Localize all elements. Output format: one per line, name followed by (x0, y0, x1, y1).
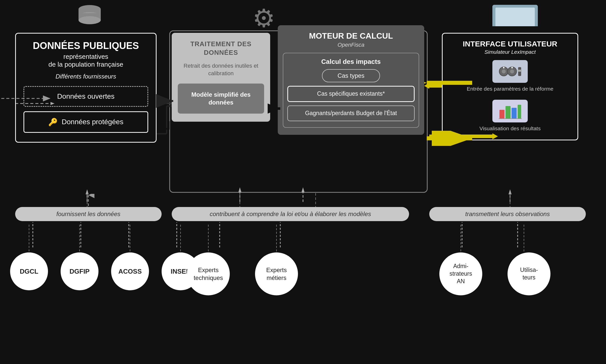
circle-admin: Admi-strateursAN (439, 252, 482, 295)
calcul-box: Calcul des impacts Cas types Cas spécifi… (283, 53, 419, 128)
monitor-icon (490, 4, 540, 26)
traitement-title: TRAITEMENT DES DONNÉES (178, 40, 264, 57)
main-layout: DONNÉES PUBLIQUES représentatives de la … (0, 0, 606, 364)
visu-icon (492, 100, 528, 122)
dashed-verticals (0, 222, 606, 255)
moteur-box: MOTEUR DE CALCUL OpenFisca Calcul des im… (278, 25, 424, 135)
arrow-protected-traitement (156, 121, 176, 141)
interface-box: INTERFACE UTILISATEUR Simulateur LexImpa… (442, 33, 578, 140)
circle-dgcl: DGCL (10, 252, 48, 290)
dashed-up-col1 (81, 194, 96, 206)
svg-point-48 (503, 67, 504, 68)
params-icon (492, 60, 528, 83)
gear-icon: ⚙ (252, 4, 275, 33)
donnees-title: DONNÉES PUBLIQUES (23, 41, 148, 51)
interface-title: INTERFACE UTILISATEUR (449, 40, 571, 48)
key-icon: 🔑 (48, 118, 58, 126)
svg-marker-24 (509, 189, 512, 194)
svg-rect-55 (518, 105, 521, 118)
params-label: Entrée des paramètres de la réforme (467, 85, 553, 92)
svg-marker-18 (86, 189, 89, 194)
svg-rect-51 (518, 70, 522, 72)
circles-row-3: Admi-strateursAN Utilisa-teurs (439, 252, 550, 295)
cas-types-pill: Cas types (322, 69, 380, 82)
visu-label: Visualisation des résultats (479, 125, 541, 132)
bottom-label-1: fournissent les données (15, 207, 162, 221)
modele-box: Modèle simplifié des données (178, 84, 264, 113)
circle-acoss: ACOSS (111, 252, 149, 290)
cas-specifiques-box: Cas spécifiques existants* (287, 86, 415, 102)
db-icon (77, 5, 102, 26)
circles-row-2: Expertstechniques Expertsmétiers (187, 252, 298, 295)
svg-point-38 (79, 16, 101, 24)
donnees-supplier: Différents fournisseurs (23, 73, 148, 80)
donnees-protected-box: 🔑 Données protégées (23, 111, 148, 133)
moteur-subtitle: OpenFisca (283, 42, 419, 48)
gagnants-box: Gagnants/perdants Budget de l'État (287, 106, 415, 121)
svg-marker-12 (424, 83, 429, 89)
svg-rect-41 (495, 8, 535, 26)
svg-point-45 (502, 69, 506, 73)
circle-experts-tech: Expertstechniques (187, 252, 230, 295)
svg-rect-54 (512, 108, 517, 118)
circles-row-1: DGCL DGFIP ACOSS INSEE (10, 252, 199, 290)
svg-rect-52 (499, 110, 504, 118)
circle-users: Utilisa-teurs (508, 252, 550, 295)
bottom-label-3: transmettent leurs observations (429, 207, 586, 221)
traitement-desc: Retrait des données inutiles et calibrat… (178, 62, 264, 78)
svg-point-49 (511, 67, 513, 68)
interface-subtitle: Simulateur LexImpact (449, 49, 571, 55)
donnees-box: DONNÉES PUBLIQUES représentatives de la … (15, 33, 157, 143)
traitement-box: TRAITEMENT DES DONNÉES Retrait des donné… (172, 33, 270, 122)
svg-marker-22 (301, 187, 305, 192)
bottom-label-2: contribuent à comprendre la loi et/ou à … (172, 207, 409, 221)
donnees-subtitle: représentatives de la population françai… (23, 53, 148, 68)
circle-experts-metiers: Expertsmétiers (255, 252, 298, 295)
svg-marker-20 (238, 187, 241, 192)
svg-point-47 (510, 69, 514, 73)
circle-dgfip: DGFIP (61, 252, 98, 290)
interface-item-params: Entrée des paramètres de la réforme (449, 60, 571, 92)
calcul-title: Calcul des impacts (321, 58, 381, 66)
donnees-open-box: Données ouvertes (23, 86, 148, 107)
moteur-title: MOTEUR DE CALCUL (283, 31, 419, 41)
interface-item-visu: Visualisation des résultats (449, 100, 571, 132)
svg-rect-53 (506, 106, 511, 118)
